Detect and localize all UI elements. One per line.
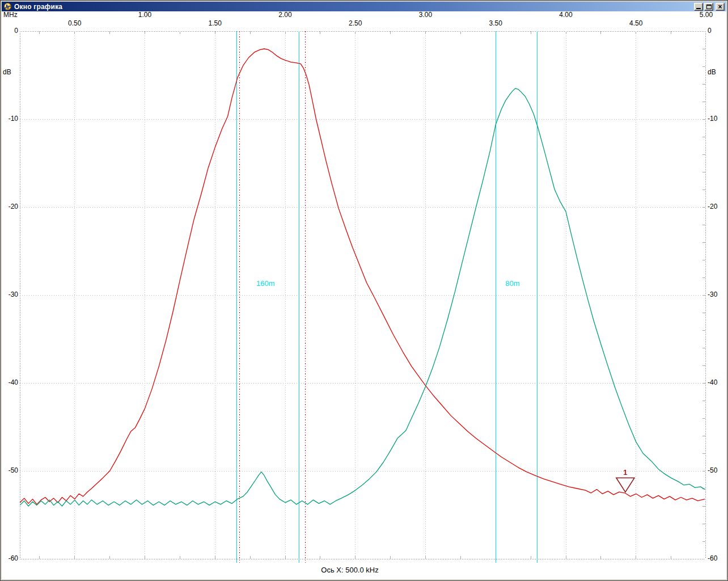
- window-titlebar[interactable]: Окно графика ×: [2, 2, 726, 11]
- close-icon: ×: [716, 4, 724, 10]
- maximize-icon: [706, 5, 712, 9]
- minimize-button[interactable]: [694, 3, 703, 11]
- band-label: 80m: [494, 279, 531, 288]
- app-icon: [4, 3, 12, 11]
- y-unit-label-left: dB: [3, 68, 11, 76]
- minimize-icon: [696, 8, 701, 9]
- band-label: 160m: [247, 279, 283, 288]
- green-curve: [20, 89, 705, 506]
- x-unit-label: MHz: [3, 11, 18, 19]
- chart-canvas: [0, 0, 728, 581]
- window-title: Окно графика: [14, 3, 62, 11]
- graph-window: Окно графика × MHz dB dB 0.501.001.502.0…: [0, 0, 728, 581]
- marker-label: 1: [617, 468, 634, 477]
- window-controls: ×: [694, 3, 725, 11]
- maximize-button[interactable]: [704, 3, 713, 11]
- y-unit-label-right: dB: [708, 68, 716, 76]
- close-button[interactable]: ×: [716, 3, 725, 11]
- marker-triangle: [616, 478, 634, 492]
- red-curve: [20, 49, 705, 504]
- status-bar: Ось X: 500.0 kHz: [0, 566, 700, 574]
